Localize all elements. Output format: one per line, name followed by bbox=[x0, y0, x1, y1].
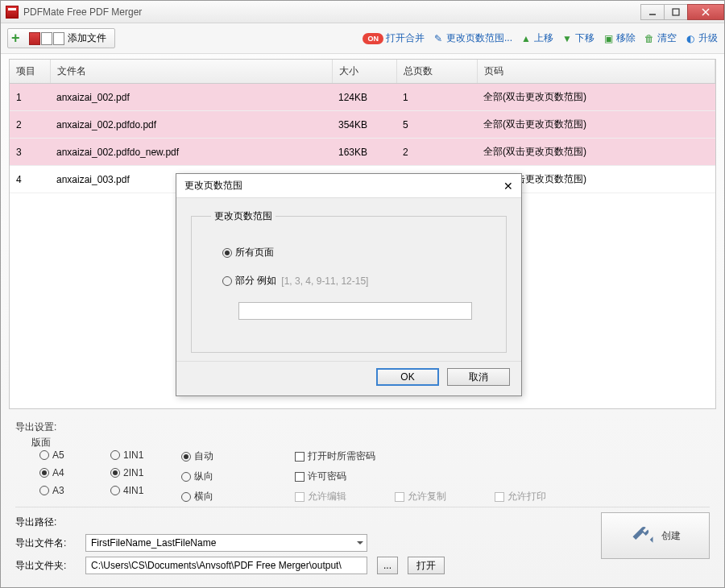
radio-landscape[interactable]: 横向 bbox=[181, 490, 258, 503]
add-file-button[interactable]: + 添加文件 bbox=[7, 28, 115, 48]
radio-partial-pages[interactable]: 部分 例如 bbox=[222, 274, 276, 288]
check-permission-password[interactable]: 许可密码 bbox=[295, 470, 710, 483]
browse-button[interactable]: ... bbox=[377, 557, 398, 574]
pdf-icon bbox=[29, 32, 40, 45]
minimize-button[interactable] bbox=[640, 4, 665, 20]
dialog-close-icon[interactable]: ✕ bbox=[503, 180, 513, 193]
svg-rect-1 bbox=[673, 9, 679, 15]
export-path-label: 导出路径: bbox=[15, 516, 593, 529]
trash-icon: 🗑 bbox=[644, 33, 655, 44]
table-row[interactable]: 1anxaizai_002.pdf124KB1全部(双击更改页数范围) bbox=[10, 84, 715, 111]
radio-1in1[interactable]: 1IN1 bbox=[110, 449, 181, 461]
ok-button[interactable]: OK bbox=[376, 368, 439, 386]
col-range[interactable]: 页码 bbox=[477, 60, 715, 84]
move-up-link[interactable]: ▲ 上移 bbox=[520, 31, 553, 45]
add-file-label: 添加文件 bbox=[68, 31, 106, 45]
radio-2in1[interactable]: 2IN1 bbox=[110, 467, 181, 478]
radio-a3[interactable]: A3 bbox=[39, 485, 110, 496]
merge-toggle[interactable]: ON 打开合并 bbox=[362, 31, 425, 45]
check-open-password[interactable]: 打开时所需密码 bbox=[295, 449, 710, 463]
radio-all-pages[interactable]: 所有页面 bbox=[222, 246, 274, 259]
folder-input[interactable]: C:\Users\CS\Documents\Anvsoft\PDF Free M… bbox=[85, 557, 367, 574]
col-pages[interactable]: 总页数 bbox=[396, 60, 477, 84]
export-settings: 导出设置: 版面 A5 A4 A3 1IN1 2IN1 4IN1 自动 纵向 bbox=[1, 412, 724, 505]
app-icon bbox=[6, 6, 19, 19]
radio-auto[interactable]: 自动 bbox=[181, 449, 258, 463]
plus-icon: + bbox=[11, 32, 24, 45]
page-range-dialog: 更改页数范围 ✕ 更改页数范围 所有页面 部分 例如 [1, 3, 4, 9-1… bbox=[176, 173, 522, 396]
wand-icon: ✎ bbox=[433, 33, 444, 44]
remove-link[interactable]: ▣ 移除 bbox=[603, 31, 636, 45]
filename-label: 导出文件名: bbox=[15, 536, 76, 550]
app-title: PDFMate Free PDF Merger bbox=[23, 6, 142, 18]
doc-icon bbox=[41, 32, 52, 45]
table-row[interactable]: 3anxaizai_002.pdfdo_new.pdf163KB2全部(双击更改… bbox=[10, 139, 715, 166]
cancel-button[interactable]: 取消 bbox=[447, 368, 510, 386]
range-hint: [1, 3, 4, 9-11, 12-15] bbox=[281, 275, 368, 287]
table-row[interactable]: 2anxaizai_002.pdfdo.pdf354KB5全部(双击更改页数范围… bbox=[10, 111, 715, 139]
layout-label: 版面 bbox=[31, 436, 176, 449]
radio-a4[interactable]: A4 bbox=[39, 467, 110, 478]
open-folder-button[interactable]: 打开 bbox=[408, 557, 445, 574]
filename-dropdown[interactable]: FirstFileName_LastFileName bbox=[85, 534, 367, 552]
radio-a5[interactable]: A5 bbox=[39, 449, 110, 461]
dialog-title: 更改页数范围 bbox=[184, 179, 242, 193]
remove-icon: ▣ bbox=[603, 33, 614, 44]
create-button[interactable]: 创建 bbox=[601, 512, 710, 559]
col-size[interactable]: 大小 bbox=[332, 60, 396, 84]
move-down-link[interactable]: ▼ 下移 bbox=[561, 31, 594, 45]
export-path-section: 导出路径: 导出文件名: FirstFileName_LastFileName … bbox=[1, 509, 724, 587]
titlebar: PDFMate Free PDF Merger bbox=[1, 1, 724, 23]
img-icon bbox=[53, 32, 64, 45]
maximize-button[interactable] bbox=[664, 4, 688, 20]
arrow-down-icon: ▼ bbox=[561, 33, 573, 44]
on-badge: ON bbox=[362, 33, 383, 44]
check-allow-edit: 允许编辑 bbox=[295, 490, 346, 503]
arrow-up-icon: ▲ bbox=[520, 33, 532, 44]
folder-label: 导出文件夹: bbox=[15, 559, 76, 573]
close-button[interactable] bbox=[687, 4, 724, 20]
change-range-link[interactable]: ✎ 更改页数范围... bbox=[433, 31, 512, 45]
radio-4in1[interactable]: 4IN1 bbox=[110, 485, 181, 496]
tools-icon bbox=[631, 524, 655, 548]
col-index[interactable]: 项目 bbox=[10, 60, 50, 84]
toolbar: + 添加文件 ON 打开合并 ✎ 更改页数范围... ▲ 上移 ▼ 下移 bbox=[1, 23, 724, 54]
upgrade-icon: ◐ bbox=[685, 33, 696, 44]
check-allow-print: 允许打印 bbox=[495, 490, 546, 503]
upgrade-link[interactable]: ◐ 升级 bbox=[685, 31, 718, 45]
export-settings-label: 导出设置: bbox=[15, 420, 710, 434]
range-input[interactable] bbox=[238, 302, 472, 320]
dialog-legend: 更改页数范围 bbox=[211, 209, 276, 223]
radio-portrait[interactable]: 纵向 bbox=[181, 470, 258, 483]
check-allow-copy: 允许复制 bbox=[395, 490, 446, 503]
col-filename[interactable]: 文件名 bbox=[50, 60, 332, 84]
clear-link[interactable]: 🗑 清空 bbox=[644, 31, 677, 45]
